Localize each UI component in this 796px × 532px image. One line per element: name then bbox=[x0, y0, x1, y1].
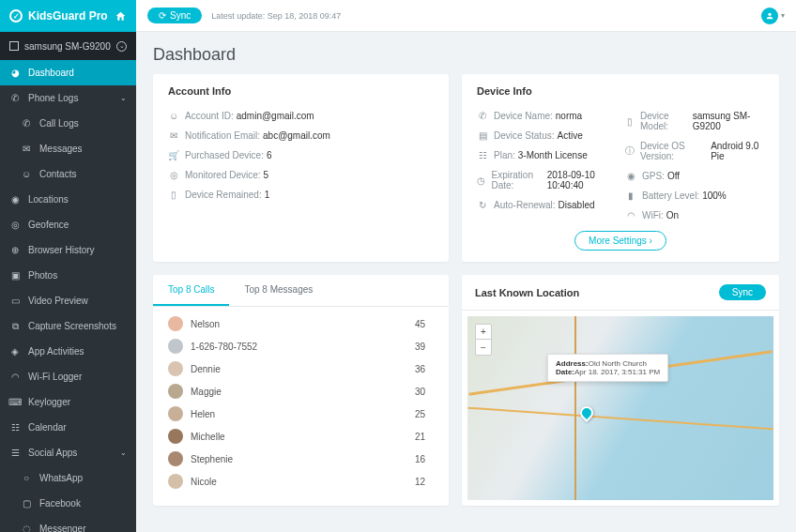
info-value: 6 bbox=[267, 150, 272, 160]
call-row: Stephenie16 bbox=[168, 448, 434, 470]
account-info-title: Account Info bbox=[168, 85, 434, 97]
call-name: 1-626-780-7552 bbox=[191, 342, 266, 352]
info-label: Device Name: bbox=[494, 111, 553, 121]
sidebar-item-whatsapp[interactable]: ○WhatsApp bbox=[0, 465, 136, 491]
info-label: GPS: bbox=[642, 171, 665, 181]
top-calls-card: Top 8 Calls Top 8 Messages Nelson451-626… bbox=[153, 275, 449, 506]
topbar: ⟳ Sync Latest update: Sep 18, 2018 09:47… bbox=[136, 0, 796, 32]
brand-bar: ✓ KidsGuard Pro bbox=[0, 0, 136, 32]
sidebar-item-photos[interactable]: ▣Photos bbox=[0, 263, 136, 288]
map-zoom-controls: + − bbox=[475, 324, 492, 356]
call-row: 1-626-780-755239 bbox=[168, 335, 434, 357]
map-view[interactable]: + − Address:Old North Church Date:Apr 18… bbox=[467, 316, 773, 500]
sidebar-item-calendar[interactable]: ☷Calendar bbox=[0, 415, 136, 440]
tab-top-messages[interactable]: Top 8 Messages bbox=[229, 275, 328, 306]
call-count: 16 bbox=[415, 454, 434, 464]
sidebar-item-capture-screenshots[interactable]: ⧉Capture Screenshots bbox=[0, 313, 136, 339]
info-value: admin@gmail.com bbox=[237, 111, 314, 121]
nav-label: App Activities bbox=[28, 346, 84, 357]
bat-icon: ▮ bbox=[625, 190, 636, 201]
os-icon: ⓘ bbox=[625, 144, 635, 158]
user-chevron-icon[interactable]: ▾ bbox=[781, 11, 785, 20]
zoom-out-button[interactable]: − bbox=[476, 340, 491, 355]
sidebar-item-social-apps[interactable]: ☰Social Apps⌄ bbox=[0, 440, 136, 465]
gps-icon: ◉ bbox=[625, 171, 636, 181]
call-count: 30 bbox=[415, 387, 434, 397]
sidebar-item-wi-fi-logger[interactable]: ◠Wi-Fi Logger bbox=[0, 364, 136, 389]
sidebar-item-messenger[interactable]: ◌Messenger bbox=[0, 516, 136, 532]
nav-label: Browser History bbox=[28, 245, 95, 255]
home-icon[interactable] bbox=[115, 10, 127, 23]
img-icon: ▣ bbox=[9, 270, 21, 281]
call-count: 12 bbox=[415, 477, 434, 487]
nav-label: Social Apps bbox=[28, 448, 77, 458]
info-label: WiFi: bbox=[642, 210, 664, 220]
info-label: Device Status: bbox=[494, 130, 554, 141]
mon-icon: ◎ bbox=[168, 170, 179, 180]
sidebar-item-browser-history[interactable]: ⊕Browser History bbox=[0, 237, 136, 263]
sidebar-item-phone-logs[interactable]: ✆Phone Logs⌄ bbox=[0, 85, 136, 111]
call-name: Dennie bbox=[191, 364, 266, 374]
ren-icon: ↻ bbox=[477, 200, 488, 210]
call-count: 21 bbox=[415, 432, 434, 442]
call-name: Stephenie bbox=[191, 454, 266, 464]
sidebar-item-contacts[interactable]: ☺Contacts bbox=[0, 161, 136, 187]
nav-label: Photos bbox=[28, 270, 57, 281]
ms-icon: ◌ bbox=[21, 524, 32, 533]
device-info-card: Device Info ✆Device Name:norma▤Device St… bbox=[462, 74, 779, 262]
cap-icon: ⧉ bbox=[9, 321, 21, 332]
cal-icon: ☷ bbox=[9, 422, 21, 433]
wa-icon: ○ bbox=[21, 473, 32, 484]
info-value: norma bbox=[556, 111, 582, 121]
sync-label: Sync bbox=[170, 10, 191, 21]
call-name: Michelle bbox=[191, 432, 266, 442]
info-label: Purchased Device: bbox=[185, 150, 264, 160]
brand-logo-icon: ✓ bbox=[9, 9, 23, 23]
sidebar-item-messages[interactable]: ✉Messages bbox=[0, 136, 136, 161]
map-pin-icon bbox=[577, 403, 596, 422]
nav-label: Messenger bbox=[39, 524, 85, 532]
tab-top-calls[interactable]: Top 8 Calls bbox=[153, 275, 229, 306]
user-avatar-icon[interactable] bbox=[761, 8, 778, 24]
cart-icon: 🛒 bbox=[168, 150, 179, 160]
info-row: ▯Device Remained:1 bbox=[168, 185, 434, 205]
main: ⟳ Sync Latest update: Sep 18, 2018 09:47… bbox=[136, 0, 796, 532]
map-sync-button[interactable]: Sync bbox=[719, 284, 766, 300]
info-value: abc@gmail.com bbox=[263, 130, 330, 141]
call-row: Dennie36 bbox=[168, 357, 434, 380]
device-icon bbox=[9, 41, 19, 51]
call-row: Nicole12 bbox=[168, 470, 434, 493]
info-row: ◷Expiration Date:2018-09-10 10:40:40 bbox=[477, 165, 616, 195]
info-row: ⓘDevice OS Version:Android 9.0 Pie bbox=[625, 136, 764, 166]
msg-icon: ✉ bbox=[21, 144, 32, 155]
info-value: Active bbox=[557, 130, 582, 141]
content: Dashboard Account Info ☺Account ID:admin… bbox=[136, 32, 796, 532]
chevron-down-icon: ⌄ bbox=[116, 41, 127, 52]
call-row: Maggie30 bbox=[168, 380, 434, 403]
device-selector[interactable]: samsung SM-G9200 ⌄ bbox=[0, 32, 136, 60]
sidebar-item-geofence[interactable]: ◎Geofence bbox=[0, 212, 136, 237]
popup-date-label: Date: bbox=[556, 368, 574, 376]
sidebar-item-keylogger[interactable]: ⌨Keylogger bbox=[0, 389, 136, 415]
nav-list: ◕Dashboard✆Phone Logs⌄✆Call Logs✉Message… bbox=[0, 60, 136, 532]
geo-icon: ◎ bbox=[9, 220, 21, 231]
call-row: Helen25 bbox=[168, 403, 434, 425]
app-icon: ◈ bbox=[9, 346, 21, 357]
user-icon: ☺ bbox=[21, 169, 32, 180]
avatar bbox=[168, 339, 183, 354]
sidebar-item-facebook[interactable]: ▢Facebook bbox=[0, 491, 136, 516]
chevron-right-icon: › bbox=[650, 236, 652, 246]
more-settings-button[interactable]: More Settings › bbox=[574, 231, 666, 251]
info-value: 100% bbox=[702, 190, 727, 201]
sidebar-item-video-preview[interactable]: ▭Video Preview bbox=[0, 288, 136, 313]
zoom-in-button[interactable]: + bbox=[476, 325, 491, 340]
info-value: On bbox=[666, 210, 679, 220]
call-name: Nicole bbox=[191, 477, 266, 487]
sidebar-item-call-logs[interactable]: ✆Call Logs bbox=[0, 111, 136, 136]
sidebar-item-dashboard[interactable]: ◕Dashboard bbox=[0, 60, 136, 85]
sidebar-item-app-activities[interactable]: ◈App Activities bbox=[0, 339, 136, 364]
sync-button[interactable]: ⟳ Sync bbox=[147, 8, 202, 23]
last-update: Latest update: Sep 18, 2018 09:47 bbox=[211, 11, 341, 21]
sidebar-item-locations[interactable]: ◉Locations bbox=[0, 187, 136, 212]
call-count: 39 bbox=[415, 342, 434, 352]
